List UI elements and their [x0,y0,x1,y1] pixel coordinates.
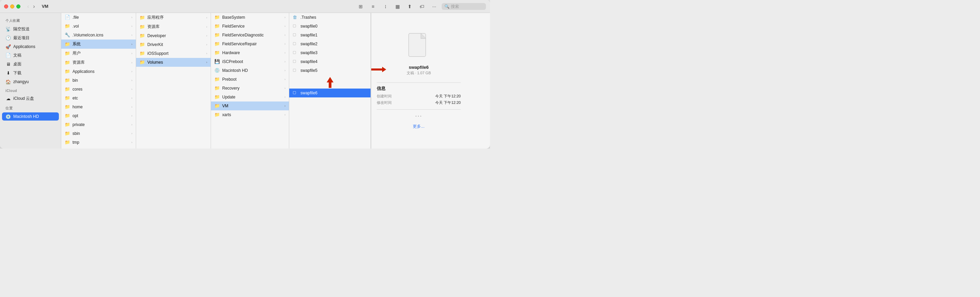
back-button[interactable]: ‹ [26,3,30,10]
list-item[interactable]: 🔧 .VolumeIcon.icns › [61,31,136,40]
list-item[interactable]: 📁 home › [61,102,136,111]
column-4: 🗑 .Trashes ▢ swapfile0 ▢ swapfile1 ▢ swa… [289,13,371,148]
list-item[interactable]: 📁 FieldServiceRepair › [211,40,289,48]
list-item[interactable]: 📁 tmp › [61,138,136,147]
traffic-lights [4,5,21,8]
list-item[interactable]: 📁 sbin › [61,129,136,138]
driverkit-icon: 📁 [140,42,145,47]
list-item[interactable]: ▢ swapfile5 [289,66,371,75]
res-folder-icon: 📁 [140,24,145,30]
zoom-button[interactable] [16,5,21,8]
minimize-button[interactable] [10,5,14,8]
sidebar-item-label: Macintosh HD [13,114,39,119]
preview-more-button[interactable]: 更多... [413,124,424,129]
view-grid-icon[interactable]: ⊞ [356,2,366,11]
list-item[interactable]: ▢ swapfile2 [289,40,371,48]
list-item[interactable]: 📄 .file › [61,13,136,22]
fsr-icon: 📁 [215,41,220,47]
list-item-system[interactable]: 📁 系统 › [61,40,136,49]
sidebar-item-macintosh-hd[interactable]: 💿 Macintosh HD [2,112,59,121]
preview-panel: swapfile6 文稿 · 1.07 GB 信息 创建时间 今天 下午12:2… [371,13,466,148]
view-cover-icon[interactable]: ▦ [393,2,402,11]
view-list-icon[interactable]: ≡ [368,2,378,11]
library-folder-icon: 📁 [65,60,70,65]
list-item[interactable]: 📁 资源库 › [136,22,211,31]
trashes-icon: 🗑 [293,14,298,20]
list-item-swapfile6[interactable]: ▢ swapfile6 [289,89,371,97]
close-button[interactable] [4,5,8,8]
list-item[interactable]: 📁 xarts › [211,110,289,119]
view-columns-icon[interactable]: ⫶ [380,2,390,11]
search-input[interactable] [451,4,483,9]
list-item[interactable]: 📁 iOSSupport › [136,49,211,58]
list-item[interactable]: 📁 Preboot › [211,75,289,84]
list-item[interactable]: 💾 iSCPreboot › [211,57,289,66]
update-icon: 📁 [215,94,220,100]
disk-icon: 💿 [5,114,11,119]
list-item[interactable]: ▢ swapfile4 [289,57,371,66]
sidebar-item-zhangyu[interactable]: 🏠 zhangyu [2,78,59,86]
list-item[interactable]: 📁 private › [61,120,136,129]
list-item[interactable]: 📁 bin › [61,76,136,85]
fieldservice-icon: 📁 [215,24,220,29]
list-item[interactable]: 📁 BaseSystem › [211,13,289,22]
preview-info-row-modified: 修改时间 今天 下午12:20 [377,100,461,105]
titlebar: ‹ › VM ⊞ ≡ ⫶ ▦ ⬆ 🏷 ··· 🔍 [0,0,490,13]
list-item[interactable]: 📁 cores › [61,85,136,94]
share-icon[interactable]: ⬆ [405,2,414,11]
list-item[interactable]: ▢ swapfile3 [289,48,371,57]
sidebar-item-downloads[interactable]: ⬇ 下载 [2,69,59,77]
preview-divider-2 [377,109,461,110]
list-item[interactable]: 📁 应用程序 › [136,13,211,22]
search-box[interactable]: 🔍 [442,3,486,10]
list-item[interactable]: 📁 .vol › [61,22,136,31]
sidebar-item-documents[interactable]: 📄 文稿 [2,51,59,60]
list-item[interactable]: 📁 FieldServiceDiagnostic › [211,31,289,40]
list-item[interactable]: 📁 Recovery › [211,84,289,93]
list-item[interactable]: 📁 Applications › [61,67,136,76]
preview-more-dots[interactable]: ··· [415,112,422,120]
swapfile5-icon: ▢ [293,68,298,73]
list-item[interactable]: 📁 Hardware › [211,48,289,57]
sidebar-section-label-personal: 个人收藏 [0,16,61,24]
forward-button[interactable]: › [32,3,36,10]
sidebar-item-label: zhangyu [13,79,29,84]
basesystem-icon: 📁 [215,14,220,20]
list-item[interactable]: 📁 DriverKit › [136,40,211,49]
vm-folder-icon: 📁 [215,103,220,109]
list-item[interactable]: 📁 usr › [61,147,136,148]
sidebar-item-label: 桌面 [13,61,21,67]
sidebar-item-desktop[interactable]: 🖥 桌面 [2,60,59,69]
list-item[interactable]: 📁 FieldService › [211,22,289,31]
swapfile1-icon: ▢ [293,32,298,38]
list-item[interactable]: 💿 Macintosh HD › [211,66,289,75]
sidebar-item-recents[interactable]: 🕐 最近项目 [2,34,59,42]
hardware-icon: 📁 [215,50,220,56]
swapfile6-icon: ▢ [293,90,298,96]
preview-info-label: 信息 [377,86,385,92]
list-item[interactable]: 📁 资源库 › [61,58,136,67]
sidebar-item-airdrop[interactable]: 📡 隔空投送 [2,25,59,34]
modified-label: 修改时间 [377,100,392,105]
red-arrow-up [289,75,371,89]
list-item[interactable]: 📁 Update › [211,93,289,102]
list-item[interactable]: ▢ swapfile0 [289,22,371,31]
list-item-trashes[interactable]: 🗑 .Trashes [289,13,371,22]
folder-icon: 📁 [65,24,70,29]
preview-file-icon [405,30,433,61]
tag-icon[interactable]: 🏷 [417,2,427,11]
sidebar-item-icloud[interactable]: ☁ iCloud 云盘 [2,94,59,103]
swapfile0-icon: ▢ [293,24,298,29]
list-item[interactable]: 📁 用户 › [61,49,136,58]
list-item[interactable]: ▢ swapfile1 [289,31,371,40]
sidebar-item-applications[interactable]: 🚀 Applications [2,43,59,51]
list-item[interactable]: 📁 opt › [61,111,136,120]
more-icon[interactable]: ··· [430,2,439,11]
list-item-volumes[interactable]: 📁 Volumes › [136,58,211,67]
list-item[interactable]: 📁 Developer › [136,31,211,40]
list-item-vm[interactable]: 📁 VM › [211,102,289,110]
preboot-icon: 📁 [215,77,220,82]
list-item[interactable]: 📁 etc › [61,94,136,102]
sidebar-item-label: 下载 [13,70,21,76]
cores-icon: 📁 [65,86,70,92]
